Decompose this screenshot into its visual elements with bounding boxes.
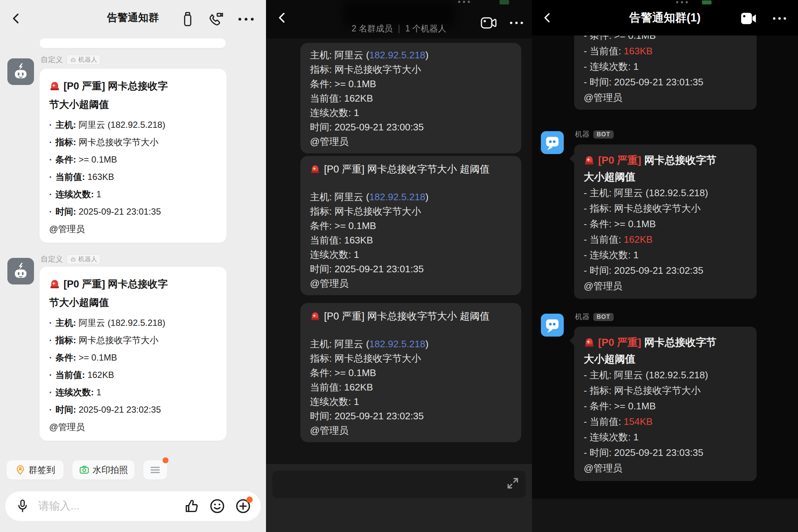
back-button[interactable]: [9, 11, 24, 26]
mic-icon[interactable]: [16, 499, 29, 514]
field-current-value: 当前值: 162KB: [310, 91, 512, 106]
field-host: 主机: 阿里云 (182.92.5.218): [310, 48, 512, 62]
field-metric: - 指标: 网卡总接收字节大小: [584, 201, 747, 216]
notification-dot: [163, 457, 168, 463]
expand-input-button[interactable]: [505, 476, 520, 491]
chevron-left-icon: [10, 12, 23, 25]
bot-avatar[interactable]: [7, 58, 34, 85]
field-host: - 主机: 阿里云 (182.92.5.218): [584, 185, 747, 201]
notification-dot: [246, 497, 253, 503]
bot-avatar[interactable]: [541, 314, 564, 337]
field-host: ·主机: 阿里云 (182.92.5.218): [49, 116, 217, 133]
chat-header: 告警通知群: [0, 0, 266, 35]
field-count: 连续次数: 1: [310, 106, 512, 120]
more-button[interactable]: [769, 16, 790, 21]
alert-title: [P0 严重] 网卡总接收字节: [584, 334, 747, 351]
bottle-button[interactable]: [180, 10, 196, 28]
more-tools-pill[interactable]: [143, 460, 167, 480]
alert-fields: ·主机: 阿里云 (182.92.5.218) ·指标: 网卡总接收字节大小 ·…: [49, 314, 217, 418]
emoji-icon[interactable]: [209, 498, 225, 514]
alert-title: [P0 严重] 网卡总接收字节: [584, 152, 747, 168]
field-count: - 连续次数: 1: [584, 59, 747, 74]
group-checkin-pill[interactable]: 群签到: [7, 460, 64, 480]
three-chat-screenshots: 告警通知群 自定义 机器人: [0, 0, 798, 532]
field-current-value: ·当前值: 162KB: [49, 366, 217, 383]
field-condition: ·条件: >= 0.1MB: [49, 151, 217, 168]
robot-icon: [11, 261, 31, 281]
more-button[interactable]: [507, 19, 526, 27]
ellipsis-icon: [237, 17, 255, 22]
video-call-button[interactable]: [480, 15, 499, 31]
mention[interactable]: @管理员: [584, 90, 747, 105]
sender-name: 自定义: [41, 55, 63, 65]
bot-badge: BOT: [593, 313, 614, 321]
video-call-button[interactable]: [739, 11, 758, 26]
mention[interactable]: @管理员: [310, 134, 512, 149]
ellipsis-icon: [771, 16, 788, 21]
chat-header: 告警通知群(1): [532, 0, 798, 35]
field-time: 时间: 2025-09-21 23:01:35: [310, 262, 512, 276]
thumbs-up-icon[interactable]: [184, 498, 200, 514]
back-button[interactable]: [540, 10, 555, 25]
expand-icon: [505, 476, 520, 491]
field-condition: 条件: >= 0.1MB: [310, 366, 512, 380]
status-bar-artifact: [458, 1, 470, 3]
back-button[interactable]: [275, 10, 290, 25]
status-bar-artifact: [499, 0, 509, 4]
alert-message-card: 主机: 阿里云 (182.92.5.218) 指标: 网卡总接收字节大小 条件:…: [300, 43, 521, 153]
alert-message-card: [P0 严重] 网卡总接收字节大小 超阈值 主机: 阿里云 (182.92.5.…: [300, 303, 521, 442]
robot-badge-icon: [70, 57, 76, 63]
chevron-left-icon: [542, 12, 553, 24]
mention[interactable]: @管理员: [49, 220, 217, 238]
mention[interactable]: @管理员: [310, 423, 512, 438]
alert-title: [P0 严重] 网卡总接收字节大小 超阈值: [310, 308, 512, 324]
field-count: 连续次数: 1: [310, 248, 512, 262]
middle-chat-panel: 2 名群成员 | 1 个机器人 主机: 阿里云 (182.92.5.218) 指…: [266, 0, 532, 532]
mention[interactable]: @管理员: [584, 278, 747, 294]
field-count: - 连续次数: 1: [584, 247, 747, 263]
siren-icon: [310, 164, 320, 174]
voice-video-call-button[interactable]: [206, 10, 224, 28]
alert-message-card: [P0 严重] 网卡总接收字 节大小超阈值 ·主机: 阿里云 (182.92.5…: [40, 69, 226, 243]
alert-message-card: [P0 严重] 网卡总接收字节 大小超阈值 - 主机: 阿里云 (182.92.…: [574, 144, 757, 299]
mention[interactable]: @管理员: [584, 460, 747, 476]
sender-name: 机器: [575, 312, 590, 322]
plus-button[interactable]: [235, 498, 251, 514]
field-time: 时间: 2025-09-21 23:00:35: [310, 120, 512, 134]
video-camera-icon: [480, 16, 498, 30]
mention[interactable]: @管理员: [310, 276, 512, 291]
blurred-group-title: [344, 1, 454, 26]
ip-link[interactable]: 182.92.5.218: [369, 50, 425, 61]
ellipsis-icon: [508, 21, 525, 25]
field-condition: 条件: >= 0.1MB: [310, 77, 512, 91]
bot-avatar[interactable]: [541, 131, 564, 154]
bot-avatar[interactable]: [7, 258, 34, 284]
field-host: 主机: 阿里云 (182.92.5.218): [310, 190, 512, 204]
field-time: - 时间: 2025-09-21 23:03:35: [584, 445, 747, 460]
robot-badge-icon: [70, 256, 76, 263]
field-time: - 时间: 2025-09-21 23:02:35: [584, 263, 747, 278]
sender-name: 机器: [575, 129, 590, 139]
watermark-photo-pill[interactable]: 水印拍照: [72, 460, 134, 480]
alert-message-card: [P0 严重] 网卡总接收字节大小 超阈值 主机: 阿里云 (182.92.5.…: [300, 156, 521, 295]
message-input[interactable]: 请输入...: [38, 499, 174, 514]
more-button[interactable]: [236, 15, 256, 24]
ip-link[interactable]: 182.92.5.218: [369, 191, 425, 202]
field-current-value: ·当前值: 163KB: [49, 168, 217, 185]
field-count: - 连续次数: 1: [584, 429, 747, 445]
composer-area: @ Aa: [266, 464, 532, 532]
mention[interactable]: @管理员: [49, 418, 217, 436]
location-pin-icon: [15, 465, 25, 475]
alert-message-card: [P0 严重] 网卡总接收字 节大小超阈值 ·主机: 阿里云 (182.92.5…: [40, 267, 226, 441]
field-metric: ·指标: 网卡总接收字节大小: [49, 331, 217, 349]
field-host: - 主机: 阿里云 (182.92.5.218): [584, 367, 747, 383]
field-current-value: - 当前值: 162KB: [584, 232, 747, 247]
siren-icon: [584, 155, 595, 166]
bot-badge: 机器人: [66, 254, 100, 264]
camera-icon: [79, 465, 89, 475]
chat-title: 告警通知群: [0, 0, 266, 35]
ip-link[interactable]: 182.92.5.218: [369, 338, 425, 349]
field-metric: 指标: 网卡总接收字节大小: [310, 204, 512, 219]
message-input[interactable]: [272, 471, 526, 498]
composer-area: [532, 499, 798, 532]
